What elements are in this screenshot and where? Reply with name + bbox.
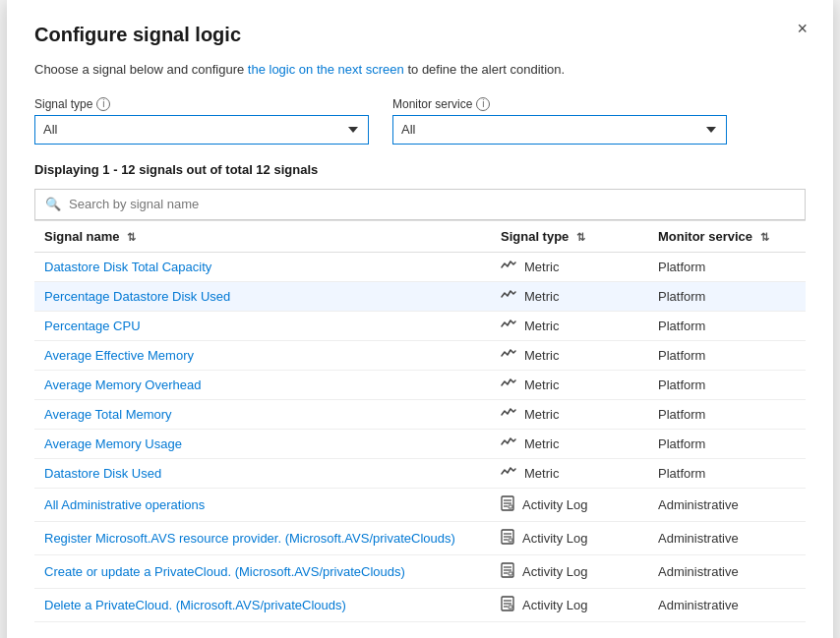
signal-type-label: Signal type i [34,97,369,111]
signal-name-cell: Average Total Memory [34,399,491,429]
monitor-service-cell: Platform [648,311,806,340]
signal-name-cell: Delete a PrivateCloud. (Microsoft.AVS/pr… [34,588,491,621]
metric-icon [501,436,516,451]
monitor-service-cell: Platform [648,429,806,458]
signal-type-text: Metric [524,407,559,422]
signal-type-cell: Metric [491,399,648,429]
monitor-service-sort-icon[interactable]: ⇅ [760,231,769,243]
metric-icon [501,377,516,392]
signal-type-text: Activity Log [522,564,587,579]
dialog-title: Configure signal logic [34,24,806,46]
table-row[interactable]: Datastore Disk Total CapacityMetricPlatf… [34,252,806,281]
signal-type-text: Metric [524,289,559,304]
signal-name-link[interactable]: Datastore Disk Total Capacity [44,260,211,274]
monitor-service-cell: Platform [648,399,806,429]
monitor-service-label: Monitor service i [392,97,727,111]
signal-type-cell: Activity Log [491,588,648,621]
signal-type-select[interactable]: All Metric Activity Log Log [34,115,369,145]
description-link[interactable]: the logic on the next screen [248,62,404,77]
signal-name-link[interactable]: Create or update a PrivateCloud. (Micros… [44,564,405,579]
search-box: 🔍 [34,189,806,220]
signal-type-cell: Activity Log [491,521,648,554]
table-row[interactable]: All Administrative operationsActivity Lo… [34,488,806,521]
signal-name-sort-icon[interactable]: ⇅ [127,231,136,243]
signal-type-text: Activity Log [522,598,587,612]
signal-name-link[interactable]: Average Effective Memory [44,348,194,363]
signal-type-cell: Metric [491,281,648,311]
monitor-service-cell: Platform [648,281,806,311]
signal-type-cell: Metric [491,370,648,399]
signal-name-link[interactable]: Delete a PrivateCloud. (Microsoft.AVS/pr… [44,598,346,612]
table-row[interactable]: Average Memory UsageMetricPlatform [34,429,806,458]
signal-type-sort-icon[interactable]: ⇅ [576,231,585,243]
signal-name-link[interactable]: Average Memory Overhead [44,377,201,392]
table-row[interactable]: Average Total MemoryMetricPlatform [34,399,806,429]
activity-log-icon [501,529,514,548]
signal-name-link[interactable]: Register Microsoft.AVS resource provider… [44,531,455,546]
table-row[interactable]: Register Microsoft.AVS resource provider… [34,521,806,554]
signal-type-info-icon[interactable]: i [96,97,110,111]
col-monitor-service: Monitor service ⇅ [648,220,806,252]
svg-rect-19 [509,606,512,609]
svg-rect-9 [509,539,512,542]
displaying-count: Displaying 1 - 12 signals out of total 1… [34,162,806,177]
table-row[interactable]: Average Effective MemoryMetricPlatform [34,340,806,370]
search-input[interactable] [69,197,795,211]
signal-type-text: Metric [524,260,559,274]
metric-icon [501,289,516,304]
filters-row: Signal type i All Metric Activity Log Lo… [34,97,806,145]
table-row[interactable]: Datastore Disk UsedMetricPlatform [34,458,806,488]
signal-name-link[interactable]: Average Memory Usage [44,436,182,451]
monitor-service-cell: Platform [648,340,806,370]
metric-icon [501,348,516,363]
signal-type-cell: Metric [491,340,648,370]
table-row[interactable]: Create or update a PrivateCloud. (Micros… [34,554,806,588]
signal-name-cell: Register Microsoft.AVS resource provider… [34,521,491,554]
signal-name-cell: Average Memory Usage [34,429,491,458]
signal-type-cell: Metric [491,311,648,340]
signal-type-text: Activity Log [522,497,587,512]
signal-name-cell: Average Effective Memory [34,340,491,370]
signal-type-cell: Activity Log [491,488,648,521]
signal-name-cell: Percentage Datastore Disk Used [34,281,491,311]
activity-log-icon [501,562,514,581]
signal-name-link[interactable]: Percentage Datastore Disk Used [44,289,230,304]
signal-type-cell: Activity Log [491,554,648,588]
signal-name-link[interactable]: Average Total Memory [44,407,172,422]
monitor-service-select[interactable]: All Platform Administrative [392,115,727,145]
monitor-service-cell: Platform [648,252,806,281]
monitor-service-cell: Administrative [648,588,806,621]
signal-name-link[interactable]: Datastore Disk Used [44,466,161,481]
signal-name-cell: Percentage CPU [34,311,491,340]
close-button[interactable]: × [791,18,813,39]
signal-name-cell: Average Memory Overhead [34,370,491,399]
signal-type-text: Metric [524,466,559,481]
col-signal-name: Signal name ⇅ [34,220,491,252]
signal-type-cell: Metric [491,458,648,488]
svg-rect-14 [509,572,512,575]
monitor-service-cell: Platform [648,370,806,399]
signal-type-filter-group: Signal type i All Metric Activity Log Lo… [34,97,369,145]
signal-type-text: Metric [524,377,559,392]
signal-type-text: Metric [524,319,559,333]
signal-type-cell: Metric [491,429,648,458]
signal-name-cell: Datastore Disk Total Capacity [34,252,491,281]
signal-type-cell: Metric [491,252,648,281]
monitor-service-cell: Administrative [648,488,806,521]
signal-type-text: Metric [524,348,559,363]
table-row[interactable]: Delete a PrivateCloud. (Microsoft.AVS/pr… [34,588,806,621]
monitor-service-info-icon[interactable]: i [476,97,490,111]
table-header-row: Signal name ⇅ Signal type ⇅ Monitor serv… [34,220,806,252]
svg-rect-4 [509,505,512,508]
table-row[interactable]: Percentage CPUMetricPlatform [34,311,806,340]
activity-log-icon [501,495,514,514]
monitor-service-cell: Platform [648,458,806,488]
table-row[interactable]: Average Memory OverheadMetricPlatform [34,370,806,399]
table-row[interactable]: Percentage Datastore Disk UsedMetricPlat… [34,281,806,311]
activity-log-icon [501,596,514,614]
signal-name-cell: Create or update a PrivateCloud. (Micros… [34,554,491,588]
signal-name-link[interactable]: Percentage CPU [44,319,141,333]
signal-name-link[interactable]: All Administrative operations [44,497,205,512]
configure-signal-dialog: Configure signal logic × Choose a signal… [7,0,833,638]
metric-icon [501,319,516,333]
